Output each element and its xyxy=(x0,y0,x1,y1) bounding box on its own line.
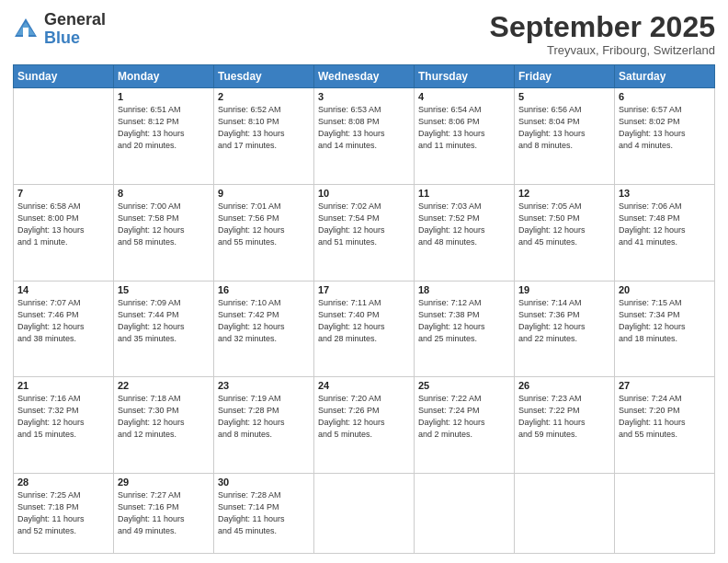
day-number: 28 xyxy=(17,477,109,488)
day-info: Sunrise: 7:25 AM Sunset: 7:18 PM Dayligh… xyxy=(17,489,109,537)
day-number: 18 xyxy=(418,284,510,295)
day-info: Sunrise: 7:01 AM Sunset: 7:56 PM Dayligh… xyxy=(218,201,310,248)
day-number: 21 xyxy=(17,380,109,391)
day-number: 2 xyxy=(218,91,310,102)
calendar-cell: 22Sunrise: 7:18 AM Sunset: 7:30 PM Dayli… xyxy=(114,377,214,474)
logo-general: General xyxy=(44,11,106,29)
page: General Blue September 2025 Treyvaux, Fr… xyxy=(0,0,728,563)
day-number: 23 xyxy=(218,380,310,391)
day-number: 27 xyxy=(619,380,711,391)
day-number: 26 xyxy=(518,380,610,391)
day-info: Sunrise: 7:09 AM Sunset: 7:44 PM Dayligh… xyxy=(118,297,210,345)
weekday-monday: Monday xyxy=(114,65,214,88)
calendar-cell: 19Sunrise: 7:14 AM Sunset: 7:36 PM Dayli… xyxy=(515,281,615,377)
calendar-cell: 21Sunrise: 7:16 AM Sunset: 7:32 PM Dayli… xyxy=(14,377,114,474)
day-info: Sunrise: 7:10 AM Sunset: 7:42 PM Dayligh… xyxy=(218,297,310,345)
calendar-cell: 23Sunrise: 7:19 AM Sunset: 7:28 PM Dayli… xyxy=(214,377,314,474)
day-info: Sunrise: 7:07 AM Sunset: 7:46 PM Dayligh… xyxy=(17,297,109,345)
day-number: 11 xyxy=(418,188,510,199)
day-info: Sunrise: 7:20 AM Sunset: 7:26 PM Dayligh… xyxy=(318,393,410,441)
calendar-cell: 8Sunrise: 7:00 AM Sunset: 7:58 PM Daylig… xyxy=(114,184,214,281)
calendar-header: SundayMondayTuesdayWednesdayThursdayFrid… xyxy=(14,65,715,88)
day-number: 13 xyxy=(619,188,711,199)
week-row-4: 21Sunrise: 7:16 AM Sunset: 7:32 PM Dayli… xyxy=(14,377,715,474)
logo-blue: Blue xyxy=(44,29,106,48)
calendar-cell: 9Sunrise: 7:01 AM Sunset: 7:56 PM Daylig… xyxy=(214,184,314,281)
day-number: 12 xyxy=(518,188,610,199)
day-number: 30 xyxy=(218,477,310,488)
calendar-cell xyxy=(615,473,715,553)
day-number: 9 xyxy=(218,188,310,199)
calendar-cell: 20Sunrise: 7:15 AM Sunset: 7:34 PM Dayli… xyxy=(615,281,715,377)
day-number: 17 xyxy=(318,284,410,295)
calendar-cell xyxy=(314,473,415,553)
weekday-tuesday: Tuesday xyxy=(214,65,314,88)
calendar-cell: 25Sunrise: 7:22 AM Sunset: 7:24 PM Dayli… xyxy=(415,377,515,474)
calendar-cell: 12Sunrise: 7:05 AM Sunset: 7:50 PM Dayli… xyxy=(515,184,615,281)
day-info: Sunrise: 7:23 AM Sunset: 7:22 PM Dayligh… xyxy=(518,393,610,441)
day-info: Sunrise: 7:22 AM Sunset: 7:24 PM Dayligh… xyxy=(418,393,510,441)
day-info: Sunrise: 6:51 AM Sunset: 8:12 PM Dayligh… xyxy=(118,104,210,152)
day-info: Sunrise: 7:16 AM Sunset: 7:32 PM Dayligh… xyxy=(17,393,109,441)
calendar-cell: 17Sunrise: 7:11 AM Sunset: 7:40 PM Dayli… xyxy=(314,281,415,377)
day-info: Sunrise: 7:15 AM Sunset: 7:34 PM Dayligh… xyxy=(619,297,711,345)
day-info: Sunrise: 7:18 AM Sunset: 7:30 PM Dayligh… xyxy=(118,393,210,441)
day-info: Sunrise: 6:52 AM Sunset: 8:10 PM Dayligh… xyxy=(218,104,310,152)
week-row-2: 7Sunrise: 6:58 AM Sunset: 8:00 PM Daylig… xyxy=(14,184,715,281)
day-number: 1 xyxy=(118,91,210,102)
day-number: 22 xyxy=(118,380,210,391)
weekday-row: SundayMondayTuesdayWednesdayThursdayFrid… xyxy=(14,65,715,88)
location-subtitle: Treyvaux, Fribourg, Switzerland xyxy=(490,43,715,57)
calendar-cell: 7Sunrise: 6:58 AM Sunset: 8:00 PM Daylig… xyxy=(14,184,114,281)
day-number: 7 xyxy=(17,188,109,199)
calendar-cell: 24Sunrise: 7:20 AM Sunset: 7:26 PM Dayli… xyxy=(314,377,415,474)
day-info: Sunrise: 7:03 AM Sunset: 7:52 PM Dayligh… xyxy=(418,201,510,248)
month-title: September 2025 xyxy=(490,11,715,43)
day-info: Sunrise: 7:19 AM Sunset: 7:28 PM Dayligh… xyxy=(218,393,310,441)
day-number: 3 xyxy=(318,91,410,102)
weekday-wednesday: Wednesday xyxy=(314,65,415,88)
calendar-cell: 5Sunrise: 6:56 AM Sunset: 8:04 PM Daylig… xyxy=(515,88,615,185)
calendar-body: 1Sunrise: 6:51 AM Sunset: 8:12 PM Daylig… xyxy=(14,88,715,554)
day-info: Sunrise: 6:56 AM Sunset: 8:04 PM Dayligh… xyxy=(518,104,610,152)
svg-rect-2 xyxy=(23,28,28,37)
calendar-cell: 18Sunrise: 7:12 AM Sunset: 7:38 PM Dayli… xyxy=(415,281,515,377)
weekday-friday: Friday xyxy=(515,65,615,88)
calendar-cell: 28Sunrise: 7:25 AM Sunset: 7:18 PM Dayli… xyxy=(14,473,114,553)
day-number: 16 xyxy=(218,284,310,295)
day-info: Sunrise: 7:12 AM Sunset: 7:38 PM Dayligh… xyxy=(418,297,510,345)
day-info: Sunrise: 7:00 AM Sunset: 7:58 PM Dayligh… xyxy=(118,201,210,248)
calendar-cell: 27Sunrise: 7:24 AM Sunset: 7:20 PM Dayli… xyxy=(615,377,715,474)
calendar-cell xyxy=(14,88,114,185)
day-number: 15 xyxy=(118,284,210,295)
calendar-cell: 11Sunrise: 7:03 AM Sunset: 7:52 PM Dayli… xyxy=(415,184,515,281)
weekday-saturday: Saturday xyxy=(615,65,715,88)
week-row-3: 14Sunrise: 7:07 AM Sunset: 7:46 PM Dayli… xyxy=(14,281,715,377)
day-number: 24 xyxy=(318,380,410,391)
calendar-cell: 2Sunrise: 6:52 AM Sunset: 8:10 PM Daylig… xyxy=(214,88,314,185)
calendar-cell: 26Sunrise: 7:23 AM Sunset: 7:22 PM Dayli… xyxy=(515,377,615,474)
calendar-cell: 15Sunrise: 7:09 AM Sunset: 7:44 PM Dayli… xyxy=(114,281,214,377)
calendar-cell: 10Sunrise: 7:02 AM Sunset: 7:54 PM Dayli… xyxy=(314,184,415,281)
day-number: 14 xyxy=(17,284,109,295)
calendar-cell: 16Sunrise: 7:10 AM Sunset: 7:42 PM Dayli… xyxy=(214,281,314,377)
day-number: 4 xyxy=(418,91,510,102)
day-info: Sunrise: 6:58 AM Sunset: 8:00 PM Dayligh… xyxy=(17,201,109,248)
day-info: Sunrise: 7:28 AM Sunset: 7:14 PM Dayligh… xyxy=(218,489,310,537)
week-row-1: 1Sunrise: 6:51 AM Sunset: 8:12 PM Daylig… xyxy=(14,88,715,185)
calendar-table: SundayMondayTuesdayWednesdayThursdayFrid… xyxy=(13,64,715,554)
day-info: Sunrise: 7:02 AM Sunset: 7:54 PM Dayligh… xyxy=(318,201,410,248)
weekday-thursday: Thursday xyxy=(415,65,515,88)
day-info: Sunrise: 7:05 AM Sunset: 7:50 PM Dayligh… xyxy=(518,201,610,248)
day-number: 25 xyxy=(418,380,510,391)
week-row-5: 28Sunrise: 7:25 AM Sunset: 7:18 PM Dayli… xyxy=(14,473,715,553)
day-number: 8 xyxy=(118,188,210,199)
calendar-cell: 30Sunrise: 7:28 AM Sunset: 7:14 PM Dayli… xyxy=(214,473,314,553)
calendar-cell: 6Sunrise: 6:57 AM Sunset: 8:02 PM Daylig… xyxy=(615,88,715,185)
day-info: Sunrise: 6:57 AM Sunset: 8:02 PM Dayligh… xyxy=(619,104,711,152)
calendar-cell: 14Sunrise: 7:07 AM Sunset: 7:46 PM Dayli… xyxy=(14,281,114,377)
calendar-cell: 3Sunrise: 6:53 AM Sunset: 8:08 PM Daylig… xyxy=(314,88,415,185)
calendar-cell xyxy=(515,473,615,553)
logo-text: General Blue xyxy=(44,11,106,48)
day-number: 10 xyxy=(318,188,410,199)
